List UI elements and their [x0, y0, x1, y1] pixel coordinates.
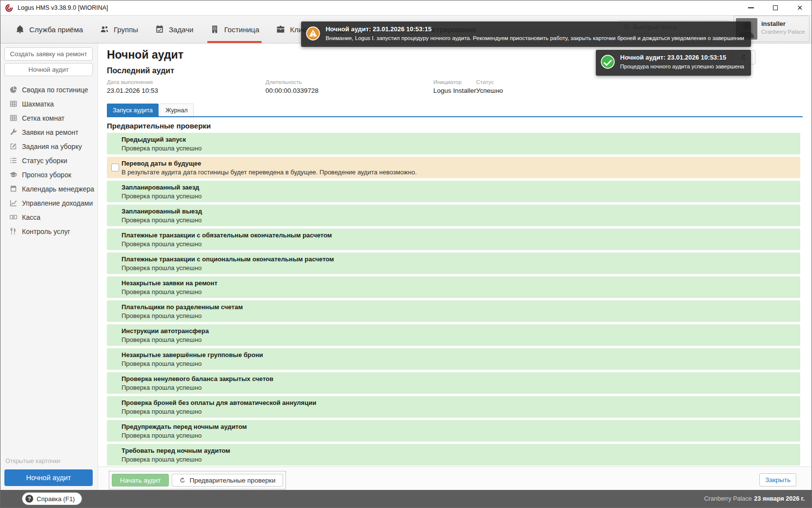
sidebar-item[interactable]: Задания на уборку: [0, 139, 98, 153]
check-title: Инструкции автотрансфера: [122, 327, 795, 335]
check-row: Платежные транзакции с обязательным окон…: [107, 229, 800, 250]
check-row: Предупреждать перед ночным аудитом Прове…: [107, 420, 800, 442]
minimize-button[interactable]: [747, 4, 755, 12]
open-card-night-audit-button[interactable]: Ночной аудит: [4, 469, 93, 486]
cap-icon: [9, 170, 18, 179]
check-row: Проверка броней без оплаты для автоматич…: [107, 396, 800, 418]
check-detail: Проверка прошла успешно: [122, 192, 795, 200]
last-audit-fields: Дата выполнения 23.01.2026 10:53 Длитель…: [107, 79, 812, 97]
sidebar-item-label: Шахматка: [22, 100, 54, 108]
sidebar-item-label: Контроль услуг: [22, 228, 70, 235]
sidebar-item[interactable]: Контроль услуг: [0, 224, 98, 238]
field-label: Инициатор: [433, 79, 476, 85]
check-detail: Проверка прошла успешно: [122, 360, 795, 368]
main-content: Ночной аудит Последний аудит Дата выполн…: [98, 43, 812, 490]
tab-label: Журнал: [165, 107, 188, 114]
check-row: Плательщики по разделенным счетам Провер…: [107, 300, 800, 322]
check-detail: В результате аудита дата гостиницы будет…: [122, 168, 795, 176]
nav-item[interactable]: Служба приёма: [15, 16, 83, 43]
audit-field: Длительность 00:00:00.0339728: [265, 79, 433, 97]
check-detail: Проверка прошла успешно: [122, 455, 795, 464]
open-cards-label: Открытые карточки: [5, 458, 61, 465]
user-org: Cranberry Palace: [761, 29, 805, 35]
nav-item[interactable]: Группы: [100, 16, 138, 43]
start-audit-button[interactable]: Начать аудит: [112, 474, 169, 487]
close-page-button[interactable]: Закрыть: [759, 473, 796, 487]
nav-item-label: Служба приёма: [29, 25, 83, 34]
toast-stack: Ночной аудит: 23.01.2026 10:53:15 Вниман…: [301, 21, 751, 76]
night-audit-nav-button[interactable]: Ночной аудит: [4, 63, 93, 76]
line-chart-icon: [9, 199, 18, 207]
check-detail: Проверка прошла успешно: [122, 264, 795, 272]
field-label: Дата выполнения: [107, 79, 265, 85]
refresh-icon: [179, 477, 186, 484]
title-bar: Logus HMS v3.38.9.0 [WIORINA] ×: [0, 0, 812, 16]
field-label: Длительность: [265, 79, 433, 85]
sidebar-item[interactable]: Заявки на ремонт: [0, 125, 98, 139]
check-title: Предупреждать перед ночным аудитом: [122, 423, 795, 431]
warning-icon: [306, 26, 320, 41]
field-label: Статус: [476, 79, 503, 85]
check-detail: Проверка прошла успешно: [122, 144, 795, 152]
toast-title: Ночной аудит: 23.01.2026 10:53:15: [325, 25, 744, 33]
sidebar-item[interactable]: Сводка по гостинице: [0, 83, 98, 97]
check-detail: Проверка прошла успешно: [122, 336, 795, 344]
sidebar-item[interactable]: Календарь менеджера: [0, 182, 98, 196]
sidebar-item[interactable]: Управление доходами: [0, 196, 98, 210]
maximize-button[interactable]: [771, 4, 779, 12]
check-detail: Проверка прошла успешно: [122, 288, 795, 296]
grid-icon: [9, 100, 18, 108]
close-window-button[interactable]: ×: [796, 4, 804, 12]
sidebar-item[interactable]: Касса: [0, 210, 98, 224]
check-row: Незакрытые заявки на ремонт Проверка про…: [107, 276, 800, 298]
toast-title: Ночной аудит: 23.01.2026 10:53:15: [620, 54, 744, 61]
window-controls: ×: [747, 0, 804, 15]
sidebar-item-label: Календарь менеджера: [22, 185, 94, 193]
check-row: Предыдущий запуск Проверка прошла успешн…: [107, 133, 800, 154]
section-title: Предварительные проверки: [107, 122, 812, 130]
tab-label: Запуск аудита: [113, 107, 153, 114]
field-value: Успешно: [476, 87, 503, 94]
toast-notification[interactable]: Ночной аудит: 23.01.2026 10:53:15 Процед…: [596, 50, 751, 75]
check-title: Плательщики по разделенным счетам: [122, 303, 795, 311]
check-title: Платежные транзакции с обязательным окон…: [122, 231, 795, 239]
sidebar-item[interactable]: Сетка комнат: [0, 111, 98, 125]
check-checkbox[interactable]: [111, 164, 119, 171]
check-detail: Проверка прошла успешно: [122, 431, 795, 440]
sidebar-item[interactable]: Статус уборки: [0, 153, 98, 168]
sidebar-item[interactable]: Шахматка: [0, 97, 98, 111]
check-title: Запланированный выезд: [122, 207, 795, 215]
edit-icon: [9, 142, 18, 150]
footer-bar: Начать аудит Предварительные проверки За…: [98, 466, 812, 490]
nav-item-label: Гостиница: [224, 25, 259, 34]
sidebar-item-label: Сводка по гостинице: [22, 86, 88, 94]
rerun-checks-button[interactable]: Предварительные проверки: [172, 474, 283, 487]
create-repair-request-button[interactable]: Создать заявку на ремонт: [4, 47, 93, 61]
current-date: 23 января 2026 г.: [754, 495, 805, 502]
tab[interactable]: Запуск аудита: [107, 104, 159, 116]
question-icon: ?: [25, 495, 33, 503]
nav-item[interactable]: Гостиница: [210, 16, 259, 43]
bell-icon: [15, 24, 25, 34]
toast-body: Процедура ночного аудита успешно заверше…: [620, 63, 744, 71]
window-title: Logus HMS v3.38.9.0 [WIORINA]: [18, 4, 108, 11]
check-title: Требовать перед ночным аудитом: [122, 446, 795, 455]
audit-field: Дата выполнения 23.01.2026 10:53: [107, 79, 265, 97]
check-detail: Проверка прошла успешно: [122, 216, 795, 224]
toast-notification[interactable]: Ночной аудит: 23.01.2026 10:53:15 Вниман…: [301, 21, 751, 47]
check-title: Платежные транзакции с опциональным окон…: [122, 255, 795, 263]
footer-button-group: Начать аудит Предварительные проверки: [109, 471, 286, 489]
building-icon: [210, 24, 220, 34]
grid-icon: [9, 114, 18, 122]
sidebar-item[interactable]: Прогноз уборок: [0, 168, 98, 182]
rerun-checks-label: Предварительные проверки: [189, 477, 275, 484]
tab[interactable]: Журнал: [160, 104, 194, 116]
calendar-check-icon: [155, 24, 164, 34]
users-icon: [100, 24, 109, 34]
help-button[interactable]: ? Справка (F1): [22, 492, 82, 505]
check-row: Запланированный выезд Проверка прошла ус…: [107, 205, 800, 226]
sidebar-item-label: Управление доходами: [22, 199, 93, 207]
nav-item[interactable]: Задачи: [155, 16, 193, 43]
field-value: 00:00:00.0339728: [265, 87, 433, 94]
nav-item-label: Группы: [114, 25, 138, 34]
